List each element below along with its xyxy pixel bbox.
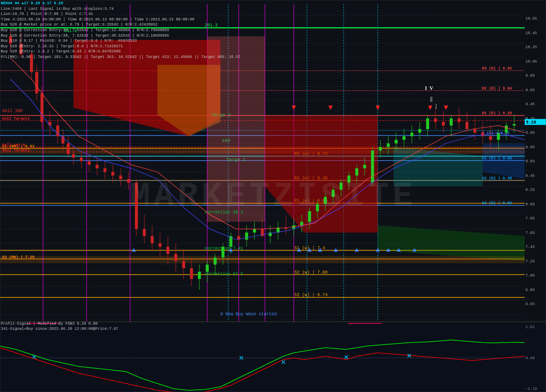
signal-info: 341-Signal=Buy since:2023.06.20 12:00:00… (1, 327, 118, 331)
info-line-11: P/L(MN): 8.50 | Target 181: 9.33542 || T… (1, 55, 241, 60)
info-line-6: Buy %20 @ Correction Entry:38, 7.52542 |… (1, 28, 241, 33)
info-line-8: Buy %10 @ 8.17 | PointB: 6.94 | Target:8… (1, 38, 241, 44)
chart-container: MARKETZISITE NEOU4 H4 ▲17 9.20 9.17 9.20… (0, 0, 546, 392)
chart-info-panel: NEOU4 H4 ▲17 9.20 9.17 9.20 Line:2468 | … (1, 1, 241, 60)
info-line-7: Buy %20 @ Correction Entry:38, 7.52542 |… (1, 33, 241, 39)
info-line-2: Line:2468 | Last Signal is:Buy with stop… (1, 6, 241, 12)
info-line-5: Buy %20 @ Market price or at: 6.79 | Tar… (1, 22, 241, 28)
info-line-1: NEOU4 H4 ▲17 9.20 9.17 9.20 (1, 1, 241, 6)
info-line-9: Buy %20 @Entry: 2.16.51 | Target:8.6 | R… (1, 44, 241, 49)
info-line-4: Time A:2023.06.10 04:00:00 | Time B:2023… (1, 17, 241, 23)
info-line-3: Lion:18.79 | Point B:7.98 | Point C:7.41 (1, 12, 241, 17)
profit-signal-info: Profit-Signal | Modified By FSB3 0.20 0.… (1, 322, 98, 326)
info-line-10: Buy %20 @Entry: 1.6.2 | Target:8.43 | R/… (1, 49, 241, 55)
